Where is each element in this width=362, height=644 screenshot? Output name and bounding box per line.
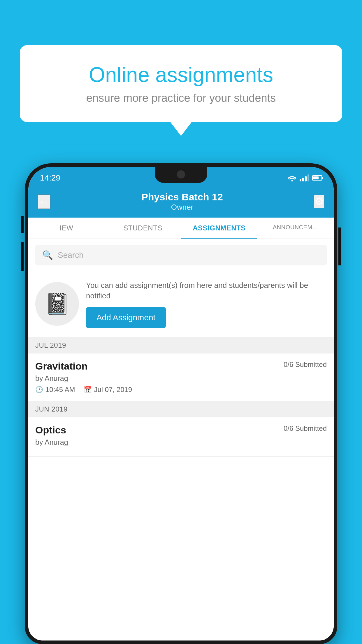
section-header-jun: JUN 2019	[28, 401, 334, 417]
tabs-bar: IEW STUDENTS ASSIGNMENTS ANNOUNCEM…	[28, 218, 334, 239]
assignment-meta: 🕐 10:45 AM 📅 Jul 07, 2019	[35, 386, 327, 394]
screen: 14:29	[28, 167, 334, 640]
phone-side-left2	[21, 242, 24, 271]
search-bar[interactable]: 🔍 Search	[35, 245, 327, 265]
status-icons	[287, 174, 322, 181]
assignment-date: 📅 Jul 07, 2019	[84, 386, 132, 394]
clock-icon: 🕐	[35, 386, 43, 393]
top-bar-subtitle: Owner	[141, 203, 223, 212]
notch-camera	[177, 170, 185, 178]
assignment-by-optics: by Anurag	[35, 438, 327, 447]
section-header-jul: JUL 2019	[28, 337, 334, 354]
search-container: 🔍 Search	[28, 239, 334, 271]
wifi-icon	[287, 174, 297, 181]
back-button[interactable]: ←	[38, 195, 50, 209]
notch	[155, 167, 207, 183]
battery-icon	[312, 175, 322, 181]
phone-side-left	[21, 216, 24, 233]
assignment-item-optics[interactable]: Optics 0/6 Submitted by Anurag	[28, 417, 334, 457]
assignment-name: Gravitation	[35, 360, 87, 372]
assignment-date-value: Jul 07, 2019	[94, 386, 132, 394]
phone-inner: 14:29	[28, 167, 334, 640]
assignment-time: 🕐 10:45 AM	[35, 386, 75, 394]
tab-students[interactable]: STUDENTS	[105, 218, 181, 239]
tab-assignments[interactable]: ASSIGNMENTS	[181, 218, 257, 239]
speech-bubble-subtitle: ensure more practice for your students	[40, 92, 322, 104]
battery-fill	[313, 176, 319, 179]
top-bar-title-area: Physics Batch 12 Owner	[141, 191, 223, 212]
top-bar-title: Physics Batch 12	[141, 191, 223, 203]
speech-bubble-area: Online assignments ensure more practice …	[20, 45, 342, 122]
add-assignment-button[interactable]: Add Assignment	[86, 307, 166, 328]
svg-point-0	[291, 180, 293, 182]
content-area: 🔍 Search 📓 You can add assignment(s) fro…	[28, 239, 334, 640]
settings-button[interactable]: ⚙	[314, 195, 324, 208]
assignment-submitted: 0/6 Submitted	[284, 360, 327, 369]
tab-announcements[interactable]: ANNOUNCEM…	[257, 218, 334, 239]
search-icon: 🔍	[42, 250, 53, 260]
calendar-icon: 📅	[84, 386, 92, 393]
signal-icon	[300, 174, 309, 181]
speech-bubble: Online assignments ensure more practice …	[20, 45, 342, 122]
promo-content: You can add assignment(s) from here and …	[86, 280, 327, 328]
notebook-icon: 📓	[45, 292, 70, 316]
top-bar: ← Physics Batch 12 Owner ⚙	[28, 187, 334, 218]
assignment-name-optics: Optics	[35, 424, 66, 436]
assignment-top-row-optics: Optics 0/6 Submitted	[35, 424, 327, 436]
promo-icon-circle: 📓	[35, 282, 79, 326]
assignment-submitted-optics: 0/6 Submitted	[284, 424, 327, 433]
promo-section: 📓 You can add assignment(s) from here an…	[28, 271, 334, 337]
speech-bubble-title: Online assignments	[40, 63, 322, 87]
search-placeholder: Search	[58, 251, 84, 260]
phone-frame: 14:29	[25, 163, 337, 644]
phone-side-right	[338, 228, 341, 265]
tab-iew[interactable]: IEW	[28, 218, 105, 239]
assignment-item-gravitation[interactable]: Gravitation 0/6 Submitted by Anurag 🕐 10…	[28, 354, 334, 401]
assignment-by: by Anurag	[35, 374, 327, 383]
assignment-top-row: Gravitation 0/6 Submitted	[35, 360, 327, 372]
assignment-time-value: 10:45 AM	[45, 386, 75, 394]
promo-text: You can add assignment(s) from here and …	[86, 280, 327, 301]
status-time: 14:29	[40, 173, 60, 183]
